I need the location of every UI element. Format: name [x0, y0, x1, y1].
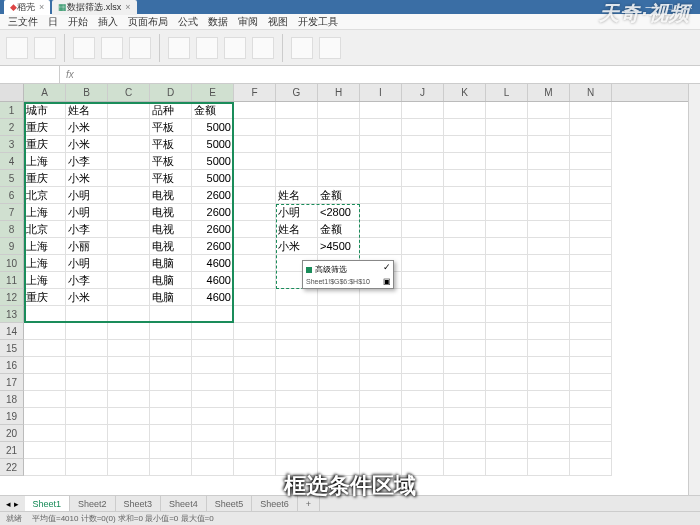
cell[interactable]	[108, 391, 150, 408]
cell[interactable]	[360, 119, 402, 136]
col-header[interactable]: B	[66, 84, 108, 101]
cell[interactable]	[486, 272, 528, 289]
row-header[interactable]: 10	[0, 255, 24, 272]
cell[interactable]	[108, 442, 150, 459]
row-header[interactable]: 13	[0, 306, 24, 323]
cell[interactable]	[276, 102, 318, 119]
cell[interactable]	[570, 204, 612, 221]
cell[interactable]	[276, 340, 318, 357]
cell[interactable]: 5000	[192, 153, 234, 170]
cell[interactable]	[192, 306, 234, 323]
cell[interactable]	[276, 323, 318, 340]
cell[interactable]	[486, 170, 528, 187]
cell[interactable]	[108, 187, 150, 204]
cell[interactable]: 4600	[192, 255, 234, 272]
cell[interactable]	[318, 119, 360, 136]
cell[interactable]	[66, 391, 108, 408]
cell[interactable]	[318, 374, 360, 391]
cell[interactable]	[528, 289, 570, 306]
cell[interactable]	[318, 306, 360, 323]
cell[interactable]	[108, 119, 150, 136]
cell[interactable]	[192, 408, 234, 425]
cell[interactable]	[192, 323, 234, 340]
cell[interactable]	[444, 306, 486, 323]
row-header[interactable]: 22	[0, 459, 24, 476]
cell[interactable]	[24, 459, 66, 476]
cell[interactable]	[234, 153, 276, 170]
sheet-tab[interactable]: Sheet3	[116, 496, 162, 511]
cell[interactable]	[570, 136, 612, 153]
cell[interactable]	[192, 340, 234, 357]
cell[interactable]	[486, 221, 528, 238]
cell[interactable]	[234, 170, 276, 187]
cell[interactable]	[528, 340, 570, 357]
advanced-filter-dialog[interactable]: 高级筛选 ✓ Sheet1!$G$6:$H$10 ▣	[302, 260, 394, 289]
cell[interactable]	[486, 425, 528, 442]
col-header[interactable]: C	[108, 84, 150, 101]
cell[interactable]	[360, 323, 402, 340]
cell[interactable]	[360, 391, 402, 408]
ribbon-button[interactable]	[6, 37, 28, 59]
cell[interactable]: 电脑	[150, 272, 192, 289]
cell[interactable]	[402, 442, 444, 459]
cell[interactable]	[108, 323, 150, 340]
cell[interactable]	[444, 187, 486, 204]
menu-item[interactable]: 数据	[208, 15, 228, 29]
row-header[interactable]: 7	[0, 204, 24, 221]
cell[interactable]: 小明	[66, 204, 108, 221]
cell[interactable]	[234, 340, 276, 357]
cell[interactable]	[108, 153, 150, 170]
cell[interactable]	[150, 459, 192, 476]
cell[interactable]	[570, 187, 612, 204]
row-header[interactable]: 8	[0, 221, 24, 238]
cell[interactable]	[108, 459, 150, 476]
cell[interactable]	[150, 425, 192, 442]
cell[interactable]	[24, 425, 66, 442]
cell[interactable]: 平板	[150, 170, 192, 187]
cell[interactable]	[528, 391, 570, 408]
cell[interactable]	[444, 255, 486, 272]
cell[interactable]	[570, 289, 612, 306]
col-header[interactable]: G	[276, 84, 318, 101]
ribbon-button[interactable]	[101, 37, 123, 59]
row-header[interactable]: 14	[0, 323, 24, 340]
cell[interactable]	[234, 255, 276, 272]
cell[interactable]	[402, 306, 444, 323]
cell[interactable]	[528, 442, 570, 459]
cell[interactable]	[444, 119, 486, 136]
cell[interactable]	[570, 272, 612, 289]
cell[interactable]	[444, 442, 486, 459]
menu-item[interactable]: 开发工具	[298, 15, 338, 29]
col-header[interactable]: M	[528, 84, 570, 101]
cell[interactable]: 电视	[150, 204, 192, 221]
cell[interactable]: 北京	[24, 187, 66, 204]
row-header[interactable]: 21	[0, 442, 24, 459]
cell[interactable]	[150, 357, 192, 374]
cell[interactable]: 小米	[66, 119, 108, 136]
col-header[interactable]: F	[234, 84, 276, 101]
cell[interactable]	[318, 170, 360, 187]
row-header[interactable]: 11	[0, 272, 24, 289]
cell[interactable]	[318, 153, 360, 170]
cell[interactable]	[66, 323, 108, 340]
cell[interactable]	[108, 255, 150, 272]
cell[interactable]	[234, 357, 276, 374]
cell[interactable]	[66, 408, 108, 425]
cell[interactable]: 重庆	[24, 119, 66, 136]
cell[interactable]	[234, 187, 276, 204]
cell[interactable]	[444, 102, 486, 119]
cell[interactable]	[360, 153, 402, 170]
cell[interactable]	[570, 238, 612, 255]
cell[interactable]	[66, 357, 108, 374]
cell[interactable]	[402, 289, 444, 306]
cell[interactable]: 小明	[66, 187, 108, 204]
cell[interactable]	[444, 340, 486, 357]
row-header[interactable]: 16	[0, 357, 24, 374]
cell[interactable]: 2600	[192, 221, 234, 238]
cell[interactable]	[24, 357, 66, 374]
cell[interactable]: 上海	[24, 272, 66, 289]
cell[interactable]	[570, 306, 612, 323]
cell[interactable]	[234, 272, 276, 289]
cell[interactable]	[276, 119, 318, 136]
cell[interactable]	[528, 374, 570, 391]
